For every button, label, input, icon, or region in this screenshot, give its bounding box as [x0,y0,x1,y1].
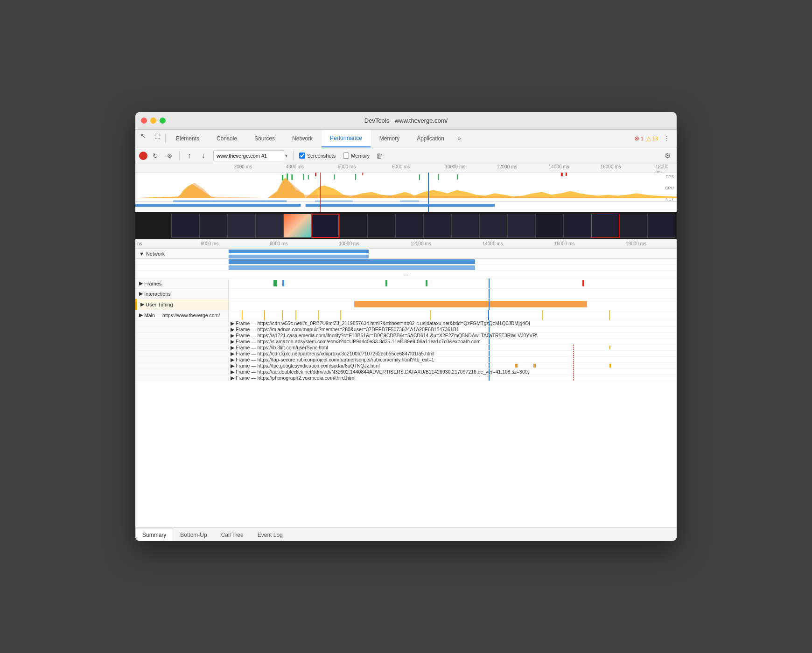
svg-rect-3 [303,174,304,180]
frame-text-8: ▶ Frame — https://ad.doubleclick.net/ddm… [229,369,677,375]
f5-marker [489,351,490,356]
ruler-2000: 2000 ms [234,164,252,169]
memory-checkbox-label[interactable]: Memory [343,153,370,159]
frame-text-6: ▶ Frame — https://tap-secure.rubiconproj… [229,357,677,362]
frame-content-4: ▶ Frame — https://ib.3lift.com/userSync.… [229,345,677,350]
tab-call-tree[interactable]: Call Tree [214,528,251,541]
frame-row-0[interactable]: ▶ Frame — https://cdn.w55c.net/i/s_0RB7U… [135,320,677,326]
screenshot-7 [339,214,367,238]
frame-row-3[interactable]: ▶ Frame — https://s.amazon-adsystem.com/… [135,339,677,345]
nav-right: ⊗ 1 △ 13 ⋮ [630,130,677,147]
clear-button[interactable]: ⊗ [163,150,175,162]
f4-yellow-tick [609,346,610,349]
settings-button[interactable]: ⚙ [662,150,673,161]
separator [165,134,166,143]
tab-elements[interactable]: Elements [168,130,208,147]
frame-row-2[interactable]: ▶ Frame — https://a1721.casalemedia.com/… [135,333,677,339]
more-tabs-button[interactable]: » [453,130,466,147]
tab-console[interactable]: Console [208,130,246,147]
interactions-row[interactable]: ▶ Interactions [135,289,677,299]
tab-network[interactable]: Network [284,130,322,147]
f7-orange-1 [515,364,518,368]
drule-16000: 16000 ms [554,241,574,246]
frame-label-9 [135,375,229,381]
frame-row-7[interactable]: ▶ Frame — https://tpc.googlesyndication.… [135,363,677,369]
svg-rect-5 [334,174,335,180]
ruler-6000: 6000 ms [338,164,356,169]
main-ticks [229,310,677,320]
devtools-menu-button[interactable]: ⋮ [661,132,673,145]
device-icon[interactable]: ⬚ [151,130,163,142]
tab-memory[interactable]: Memory [371,130,408,147]
tab-application[interactable]: Application [408,130,453,147]
tracks-section[interactable]: ▼ Network [135,249,677,527]
frame-content-0: ▶ Frame — https://cdn.w55c.net/i/s_0RB7U… [229,320,677,326]
screenshot-12 [479,214,507,238]
frame-row-1[interactable]: ▶ Frame — https://m.adnxs.com/mapuid?mem… [135,326,677,333]
interactions-arrow: ▶ [139,291,143,297]
frames-row[interactable]: ▶ Frames [135,278,677,289]
screenshots-checkbox-label[interactable]: Screenshots [299,153,336,159]
f6-marker [489,357,490,362]
frame-row-9[interactable]: ▶ Frame — https://phonograph2.voxmedia.c… [135,375,677,381]
frame-row-5[interactable]: ▶ Frame — https://cdn.krxd.net/partnerjs… [135,351,677,357]
user-timing-row[interactable]: ▶ User Timing [135,299,677,310]
tab-bottom-up[interactable]: Bottom-Up [173,528,214,541]
f2-marker [489,333,490,338]
frames-label-text: Frames [144,281,161,286]
frame-row-8[interactable]: ▶ Frame — https://ad.doubleclick.net/ddm… [135,369,677,375]
f6-red-marker [573,357,574,362]
network-header-row[interactable]: ▼ Network [135,249,677,259]
record-button[interactable] [139,152,147,160]
ellipsis-row: ··· [135,271,677,278]
network-bars [229,249,677,258]
tab-sources[interactable]: Sources [246,130,284,147]
user-timing-arrow: ▶ [140,301,144,307]
fps-label: FPS [665,174,674,179]
network-track-label[interactable]: ▼ Network [135,249,229,258]
pointer-icon[interactable]: ↖ [137,130,149,142]
f7-yellow [609,364,611,368]
svg-rect-12 [561,173,563,176]
screenshot-4 [255,214,283,238]
f7-red-marker [573,363,574,368]
main-row[interactable]: ▶ Main — https://www.theverge.com/ [135,310,677,320]
timeline-area: 2000 ms 4000 ms 6000 ms 8000 ms 10000 ms… [135,164,677,541]
frame-row-6[interactable]: ▶ Frame — https://tap-secure.rubiconproj… [135,357,677,363]
f4-marker [489,345,490,350]
frame-text-9: ▶ Frame — https://phonograph2.voxmedia.c… [229,375,677,381]
error-badge: ⊗ 1 [634,135,644,142]
frame-label-6 [135,357,229,362]
frame-row-4[interactable]: ▶ Frame — https://ib.3lift.com/userSync.… [135,345,677,351]
download-button[interactable]: ↓ [197,150,210,162]
screenshots-checkbox[interactable] [299,153,305,159]
frame-content-2: ▶ Frame — https://a1721.casalemedia.com/… [229,333,677,338]
reload-button[interactable]: ↻ [149,150,161,162]
net-bar-content-2 [229,265,677,271]
minimize-button[interactable] [150,118,156,124]
tab-performance[interactable]: Performance [322,130,371,147]
interactions-label-text: Interactions [144,291,171,297]
memory-checkbox[interactable] [343,153,349,159]
upload-button[interactable]: ↑ [183,150,196,162]
frame-bar-4 [426,280,427,286]
close-button[interactable] [141,118,147,124]
screenshot-17 [619,214,647,238]
ruler-12000: 12000 ms [497,164,517,169]
tab-summary[interactable]: Summary [135,528,173,541]
record-toolbar: ↻ ⊗ ↑ ↓ ▾ Screenshots Memory 🗑 ⚙ [135,147,677,164]
trash-button[interactable]: 🗑 [373,150,385,162]
url-input[interactable] [213,150,284,161]
tab-event-log[interactable]: Event Log [251,528,290,541]
fullscreen-button[interactable] [160,118,166,124]
interactions-label: ▶ Interactions [135,289,229,299]
f0-marker [489,320,490,326]
frame-bar-red [582,280,584,286]
ruler-labels-container: 2000 ms 4000 ms 6000 ms 8000 ms 10000 ms… [205,164,677,172]
window-title: DevTools - www.theverge.com/ [364,117,448,124]
overview-tracks[interactable]: FPS CPU NET [135,173,677,212]
f7-marker [489,363,490,368]
net-label: NET [665,197,674,201]
net-bar-vis-2 [229,265,475,270]
ruler-14000: 14000 ms [549,164,569,169]
